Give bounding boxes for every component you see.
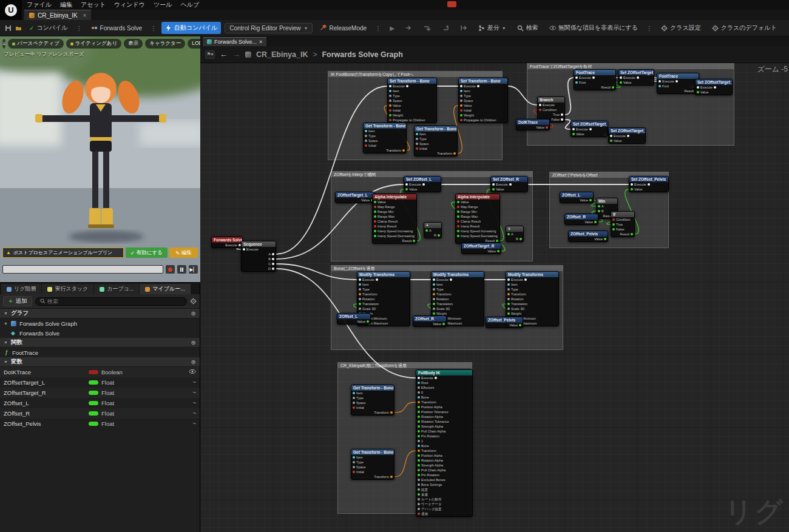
graph-node[interactable]: ZOffset_PelvisValue <box>568 231 608 242</box>
pin[interactable] <box>612 86 614 89</box>
pin[interactable] <box>539 104 541 106</box>
watch-icon[interactable]: ~ <box>192 389 196 396</box>
pin[interactable] <box>610 135 612 137</box>
pin[interactable] <box>575 81 578 84</box>
breadcrumb-root[interactable]: CR_Ebinya_IK <box>256 50 308 59</box>
pin[interactable] <box>492 183 495 186</box>
pin[interactable] <box>418 479 420 481</box>
tab-execution-stack[interactable]: 実行スタック <box>42 284 93 294</box>
pin[interactable] <box>416 133 418 135</box>
pin[interactable] <box>575 76 578 79</box>
graph-item-forwards-solve-graph[interactable]: ▼Forwards Solve Graph <box>0 318 200 328</box>
pin[interactable] <box>450 278 452 281</box>
pin[interactable] <box>243 248 245 251</box>
hide-unrelated-button[interactable]: 無関係な項目を非表示にする <box>546 22 642 34</box>
pin[interactable] <box>507 283 510 286</box>
pin[interactable] <box>519 324 521 326</box>
lit-dropdown[interactable]: ライティングあり <box>66 39 122 49</box>
graph-node[interactable]: ZOffsetTarget_LValue <box>335 192 375 203</box>
pin[interactable] <box>359 298 361 300</box>
pin[interactable] <box>353 406 355 409</box>
graph-node[interactable]: ZOffset_PelvisValue <box>486 317 523 328</box>
variable-row[interactable]: ZOffset_PelvisFloat~ <box>0 419 200 429</box>
graph-item-forwards-solve[interactable]: ◆Forwards Solve <box>0 328 200 338</box>
pin[interactable] <box>442 323 445 325</box>
viewport-panel[interactable]: ≡ パースペクティブ ライティングあり 表示 キャラクター LOD オート プレ… <box>0 36 200 282</box>
pin[interactable] <box>598 205 600 207</box>
menu-window[interactable]: ウィンドウ <box>114 1 145 9</box>
pin[interactable] <box>374 220 376 223</box>
pin[interactable] <box>594 221 597 223</box>
pin[interactable] <box>376 278 378 281</box>
pin[interactable] <box>457 210 459 213</box>
graph-node[interactable]: ZOffset_RValue <box>564 214 598 225</box>
pin[interactable] <box>272 258 274 260</box>
release-mode-button[interactable]: ReleaseMode <box>316 23 370 33</box>
menu-asset[interactable]: アセット <box>81 1 106 9</box>
pin[interactable] <box>359 288 361 291</box>
graph-node[interactable]: Get Transform - BoneItemTypeSpaceInitial… <box>414 126 458 157</box>
pin[interactable] <box>418 416 420 418</box>
graph-node[interactable]: Set ZOffsetTarget_LExecuteValue <box>571 121 608 137</box>
tab-my-blueprint[interactable]: マイブルー... <box>140 284 190 294</box>
pin[interactable] <box>365 140 367 142</box>
pin[interactable] <box>416 138 418 140</box>
graph-node[interactable]: FootTraceExecuteFootResult <box>574 69 616 90</box>
pin[interactable] <box>627 135 629 137</box>
pin[interactable] <box>418 401 420 403</box>
pin[interactable] <box>389 99 391 102</box>
pin[interactable] <box>659 80 661 82</box>
graph-node[interactable]: ZOffsetTarget_RValue <box>461 243 501 254</box>
pin[interactable] <box>418 440 420 442</box>
pin[interactable] <box>457 215 459 218</box>
pin[interactable] <box>353 392 355 394</box>
pin[interactable] <box>460 114 462 116</box>
pin[interactable] <box>359 293 361 295</box>
browse-to-asset-icon[interactable] <box>15 25 22 32</box>
pin[interactable] <box>460 109 462 112</box>
tab-curve-container[interactable]: カーブコ... <box>94 284 139 294</box>
pin[interactable] <box>389 114 391 116</box>
pin[interactable] <box>389 109 391 112</box>
resume-icon[interactable] <box>456 23 471 33</box>
graph-node[interactable]: Get Transform - BoneItemTypeSpaceInitial… <box>351 449 394 480</box>
pin[interactable] <box>418 488 420 491</box>
pin[interactable] <box>435 377 437 379</box>
close-icon[interactable]: × <box>83 12 87 19</box>
pin[interactable] <box>460 85 462 87</box>
pin[interactable] <box>457 230 459 232</box>
pin[interactable] <box>460 95 462 97</box>
pin[interactable] <box>676 80 678 82</box>
pin[interactable] <box>507 233 510 235</box>
panel-settings-gear-icon[interactable] <box>190 298 197 305</box>
pin[interactable] <box>389 85 391 87</box>
section-graph[interactable]: ▼グラフ⊕ <box>0 309 200 318</box>
step-into-icon[interactable] <box>420 23 435 33</box>
record-button[interactable] <box>166 265 175 274</box>
pin[interactable] <box>418 396 420 399</box>
pin[interactable] <box>561 113 563 116</box>
pin[interactable] <box>390 411 393 414</box>
graph-node[interactable]: Set ZOffset_LExecuteValue <box>404 176 441 192</box>
graph-node[interactable]: Set ZOffsetTarget_RExecuteValue <box>608 127 646 144</box>
graph-node[interactable]: ZOffset_RValue <box>413 315 447 327</box>
pin[interactable] <box>416 143 418 145</box>
variable-row[interactable]: ZOffsetTarget_RFloat~ <box>0 388 200 398</box>
bookmark-icon[interactable]: ⚑▾ <box>205 50 215 59</box>
add-button[interactable]: ＋追加 <box>3 296 32 306</box>
pin[interactable] <box>631 188 633 190</box>
pin[interactable] <box>433 312 435 315</box>
pin[interactable] <box>374 210 376 213</box>
pin[interactable] <box>604 238 606 240</box>
pin[interactable] <box>460 90 462 92</box>
pin[interactable] <box>389 90 391 92</box>
eye-icon[interactable] <box>189 369 196 375</box>
pin[interactable] <box>418 508 420 510</box>
add-function-icon[interactable]: ⊕ <box>191 339 196 346</box>
diff-button[interactable]: 差分 ▼ <box>475 22 510 34</box>
pin[interactable] <box>418 377 420 379</box>
pin[interactable] <box>697 91 699 93</box>
pin[interactable] <box>365 144 367 147</box>
variable-row[interactable]: ZOffset_RFloat~ <box>0 408 200 419</box>
graph-node[interactable]: Alpha InterpolateValueMap RangeRange Min… <box>372 194 417 244</box>
